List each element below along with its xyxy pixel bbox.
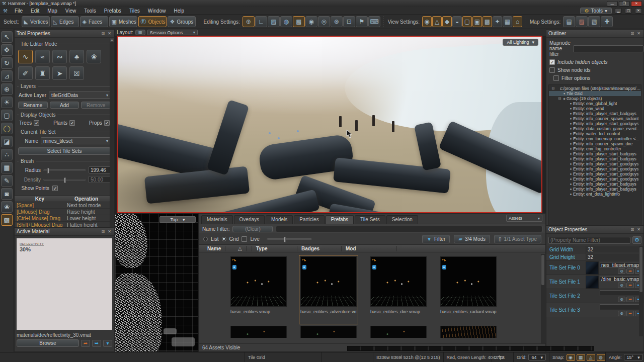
world-add-icon[interactable]: ⊕ <box>243 16 255 27</box>
outliner-node[interactable]: ● Entity: info_player_start_badguys <box>549 187 641 192</box>
snap-grid-icon[interactable]: ◉ <box>567 354 575 361</box>
tile-set-file-0-row[interactable]: Tile Set File 0 nes_tileset.vmap ⊙ ➦ ➥ <box>546 261 643 275</box>
expander-icon[interactable]: ⊟ <box>551 86 555 90</box>
browse-asset-icon[interactable]: ⊙ <box>618 268 625 274</box>
show-points-checkbox[interactable]: ✓ <box>52 186 58 191</box>
tile-set-file-value[interactable] <box>600 304 642 310</box>
faces-button[interactable]: ◈ Faces <box>80 16 108 27</box>
outliner-node[interactable]: ⊟ ✥ Group (19 objects) <box>549 96 641 101</box>
outliner-node[interactable]: ● Entity: info_player_start_goodguys <box>549 121 641 126</box>
outliner-node[interactable]: ● Entity: water_lod_control <box>549 131 641 136</box>
history-back-icon[interactable]: ➦ <box>81 340 90 347</box>
asset-basic-entities-adventure[interactable]: ↷ basic_entities_adventure.vmap <box>300 256 357 323</box>
asset-thumbnail[interactable] <box>370 326 427 338</box>
map-cordon-icon[interactable]: ▧ <box>588 16 600 27</box>
foliage-tool-icon[interactable]: ❀ <box>1 201 13 213</box>
tools-menu-button[interactable]: ⚙ Tools ▾ <box>580 8 612 14</box>
assign-icon[interactable]: ➦ <box>626 268 634 274</box>
meshes-button[interactable]: ▣ Meshes <box>109 16 137 27</box>
sphere-view-icon[interactable]: ◒ <box>452 16 462 27</box>
include-hidden-checkbox[interactable]: ✓ <box>549 59 555 65</box>
tile-set-file-1-row[interactable]: Tile Set File 1 /dire_basic.vmap ⊙ ➦ ➥ <box>546 275 643 289</box>
mdi-restore-button[interactable]: ▢ <box>625 8 632 14</box>
scrollbar[interactable] <box>541 254 545 343</box>
browse-material-button[interactable]: Browse <box>17 339 79 347</box>
tab-selection[interactable]: Selection <box>386 215 418 224</box>
outliner-node[interactable]: ● Entity: dota_custom_game_events... <box>549 126 641 131</box>
thumbnail-size-slider[interactable] <box>267 238 312 240</box>
menu-item[interactable]: Window <box>144 8 170 14</box>
light-tool-icon[interactable]: ☀ <box>1 97 13 108</box>
scale-tool-icon[interactable]: ⊿ <box>1 70 13 82</box>
snap-face-icon[interactable]: ◍ <box>597 354 605 361</box>
group-ignore-icon[interactable]: ◎ <box>318 16 330 27</box>
clipping-tool-icon[interactable]: ◪ <box>1 136 13 147</box>
close-panel-icon[interactable]: ✕ <box>107 229 112 234</box>
gear-icon[interactable]: ⚙ <box>632 236 641 244</box>
plants-checkbox[interactable]: ✓ <box>69 120 75 126</box>
list-radio[interactable] <box>203 237 208 241</box>
session-options-dropdown[interactable]: Session Options ▾ <box>147 30 198 35</box>
menu-item[interactable]: Map <box>43 8 61 14</box>
close-button[interactable]: ✕ <box>631 1 642 7</box>
tile-set-file-3-row[interactable]: Tile Set File 3 ⊙ ➦ ➥ <box>546 303 643 317</box>
erase-mode-icon[interactable]: ☒ <box>69 66 84 80</box>
outliner-node[interactable]: ● Entity: env_global_light <box>549 101 641 106</box>
radius-value[interactable]: 199.46 <box>89 166 111 173</box>
column-mod[interactable]: Mod <box>342 246 397 251</box>
tree-mode-icon[interactable]: ♣ <box>69 50 84 63</box>
menu-item[interactable]: File <box>11 8 27 14</box>
close-panel-icon[interactable]: ✕ <box>636 227 641 232</box>
objects-button[interactable]: Ⓔ Objects <box>138 16 167 27</box>
point-tool-icon[interactable]: ∴ <box>1 149 13 160</box>
filter-button[interactable]: ▼ Filter <box>422 235 450 243</box>
mods-filter-button[interactable]: ▰ 3/4 Mods <box>454 235 490 243</box>
groups-button[interactable]: ❖ Groups <box>168 16 196 27</box>
outliner-node[interactable]: ● Entity: env_wind <box>549 106 641 111</box>
block-tool-icon[interactable]: ▢ <box>1 110 13 121</box>
terrain-view-icon[interactable]: △ <box>432 16 442 27</box>
outliner-node[interactable]: ● Entity: info_player_start_badguys <box>549 156 641 161</box>
polygon-tool-icon[interactable]: ◯ <box>1 123 13 134</box>
rename-layer-button[interactable]: Rename <box>18 102 48 109</box>
tile-set-file-value[interactable] <box>600 290 642 296</box>
grid-width-input[interactable] <box>586 246 643 252</box>
menu-item[interactable]: Prefabs <box>100 8 125 14</box>
snap-edge-icon[interactable]: ◬ <box>587 354 595 361</box>
props-checkbox[interactable]: ✓ <box>104 120 110 126</box>
sphere-grid-icon[interactable]: ◍ <box>280 16 292 27</box>
browse-asset-icon[interactable]: ⊙ <box>618 311 625 316</box>
view-direction-dropdown[interactable]: Top ▾ <box>159 216 196 223</box>
viewport-2d-top[interactable]: Top ▾ <box>115 213 199 352</box>
expander-icon[interactable]: ⊟ <box>557 97 562 101</box>
group-lock-icon[interactable]: ◉ <box>305 16 317 27</box>
filter-options-checkbox[interactable] <box>553 75 559 81</box>
add-layer-button[interactable]: Add <box>50 102 79 109</box>
height-mode-icon[interactable]: ∿ <box>18 50 33 63</box>
maximize-button[interactable]: ❐ <box>619 1 630 7</box>
tile-set-file-value[interactable]: /dire_basic.vmap <box>600 276 642 282</box>
lighting-mode-dropdown[interactable]: All Lighting ▾ <box>503 39 538 46</box>
map-add-icon[interactable]: ✚ <box>601 16 613 27</box>
outliner-node[interactable]: ● Entity: env_tonemap_controller <... <box>549 136 641 141</box>
float-panel-icon[interactable]: ⊡ <box>101 31 106 36</box>
grid-size-dropdown[interactable]: 64 ▾ <box>528 354 546 360</box>
active-layer-dropdown[interactable]: tileGridData ▾ <box>49 92 111 99</box>
grid-height-input[interactable] <box>586 254 643 260</box>
viewport-3d[interactable]: All Lighting ▾ <box>117 36 542 213</box>
water-mode-icon[interactable]: ≈ <box>35 50 50 63</box>
property-filter-input[interactable] <box>548 237 630 244</box>
remove-layer-button[interactable]: Remove <box>81 102 111 109</box>
tab-tile-sets[interactable]: Tile Sets <box>355 215 385 224</box>
entity-tool-icon[interactable]: ⊕ <box>1 83 13 95</box>
shaded-view-icon[interactable]: ◆ <box>442 16 452 27</box>
textured-box-icon[interactable]: ▩ <box>482 16 492 27</box>
browse-asset-icon[interactable]: ⊙ <box>618 297 625 302</box>
clear-filter-button[interactable]: (Clear) <box>232 226 273 232</box>
map-hatch-icon[interactable]: ▨ <box>576 16 588 27</box>
outliner-node[interactable]: ● Entity: info_player_start_goodguys <box>549 176 641 182</box>
mdi-minimize-button[interactable]: ▁ <box>615 8 622 14</box>
browse-asset-icon[interactable]: ⊙ <box>618 283 625 288</box>
layout-grid-button[interactable]: ▦ <box>135 30 145 35</box>
scrollbar[interactable]: ▲ <box>110 38 114 227</box>
